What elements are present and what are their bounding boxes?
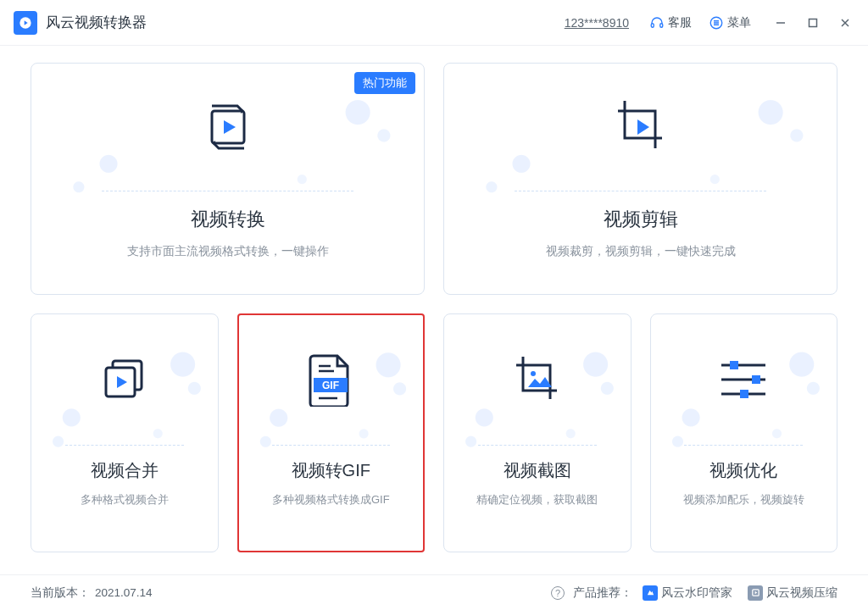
- card-video-merge[interactable]: 视频合并 多种格式视频合并: [31, 313, 219, 552]
- card-title: 视频截图: [504, 459, 571, 482]
- app-title: 风云视频转换器: [46, 13, 147, 32]
- main-content: 热门功能 视频转换 支持市面主流视频格式转换，一键操作: [0, 46, 868, 574]
- card-video-screenshot[interactable]: 视频截图 精确定位视频，获取截图: [443, 313, 632, 552]
- window-close-button[interactable]: [836, 14, 854, 32]
- screenshot-icon: [511, 353, 564, 406]
- recommend-label-1: 风云水印管家: [661, 585, 732, 601]
- window-minimize-button[interactable]: [771, 14, 790, 32]
- headset-icon: [649, 15, 665, 30]
- menu-button[interactable]: 菜单: [709, 15, 751, 30]
- account-link[interactable]: 123****8910: [565, 16, 629, 30]
- convert-icon: [198, 97, 258, 157]
- svg-rect-4: [810, 19, 817, 26]
- card-desc: 多种视频格式转换成GIF: [264, 492, 398, 507]
- watermark-app-icon: [643, 585, 658, 601]
- recommend-link-watermark[interactable]: 风云水印管家: [643, 585, 732, 601]
- card-divider: [515, 191, 765, 191]
- card-video-to-gif[interactable]: GIF 视频转GIF 多种视频格式转换成GIF: [237, 313, 426, 552]
- menu-label: 菜单: [727, 15, 751, 30]
- card-desc: 精确定位视频，获取截图: [468, 492, 606, 507]
- svg-rect-2: [660, 23, 663, 27]
- svg-rect-16: [752, 375, 760, 384]
- help-icon[interactable]: ?: [551, 586, 565, 600]
- recommend-label: 产品推荐：: [573, 585, 632, 601]
- card-desc: 多种格式视频合并: [72, 492, 177, 507]
- svg-point-12: [531, 371, 536, 376]
- card-divider: [65, 445, 184, 446]
- card-divider: [478, 445, 597, 446]
- merge-icon: [99, 354, 150, 405]
- recommend-label-2: 风云视频压缩: [766, 585, 837, 601]
- card-desc: 视频添加配乐，视频旋转: [675, 492, 813, 507]
- sliders-icon: [718, 357, 769, 402]
- compress-app-icon: [748, 585, 763, 601]
- version-label: 当前版本：: [31, 585, 90, 601]
- titlebar: 风云视频转换器 123****8910 客服 菜单: [0, 0, 868, 46]
- card-title: 视频转换: [191, 207, 265, 232]
- card-video-edit[interactable]: 视频剪辑 视频裁剪，视频剪辑，一键快速完成: [443, 63, 837, 295]
- card-title: 视频转GIF: [292, 459, 370, 482]
- menu-icon: [709, 15, 724, 30]
- card-divider: [684, 445, 803, 446]
- card-title: 视频剪辑: [604, 207, 678, 232]
- support-label: 客服: [668, 15, 692, 30]
- card-title: 视频优化: [709, 459, 777, 482]
- card-divider: [272, 445, 390, 446]
- app-logo-icon: [14, 11, 37, 35]
- support-button[interactable]: 客服: [649, 15, 692, 30]
- card-desc: 支持市面主流视频格式转换，一键操作: [119, 244, 337, 259]
- gif-file-icon: GIF: [309, 352, 353, 407]
- card-desc: 视频裁剪，视频剪辑，一键快速完成: [537, 244, 744, 259]
- version-value: 2021.07.14: [95, 586, 153, 599]
- card-divider: [102, 191, 353, 191]
- svg-rect-1: [651, 23, 654, 27]
- footer: 当前版本： 2021.07.14 ? 产品推荐： 风云水印管家 风云视频压缩: [0, 574, 868, 610]
- card-video-convert[interactable]: 热门功能 视频转换 支持市面主流视频格式转换，一键操作: [31, 63, 425, 295]
- svg-rect-14: [730, 361, 738, 369]
- card-video-optimize[interactable]: 视频优化 视频添加配乐，视频旋转: [650, 313, 838, 552]
- crop-play-icon: [609, 96, 672, 158]
- recommend-link-compress[interactable]: 风云视频压缩: [748, 585, 837, 601]
- svg-rect-18: [740, 390, 748, 398]
- card-title: 视频合并: [91, 459, 159, 482]
- window-maximize-button[interactable]: [804, 14, 822, 32]
- gif-label: GIF: [322, 380, 339, 391]
